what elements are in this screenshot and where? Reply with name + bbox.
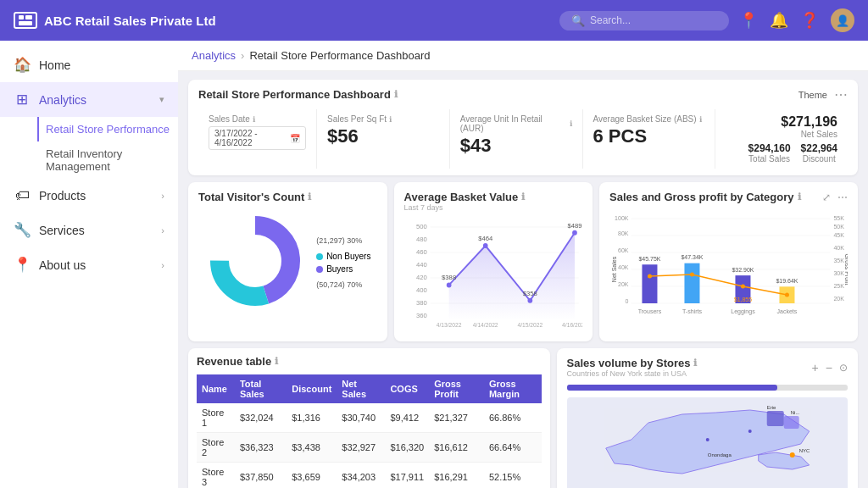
svg-text:100K: 100K	[615, 215, 629, 221]
sidebar-sub-retail-inventory[interactable]: Retail Inventory Management	[37, 141, 178, 179]
svg-text:$45.75K: $45.75K	[638, 256, 660, 262]
analytics-submenu: Retail Store Performance Retail Inventor…	[0, 117, 178, 179]
sidebar-item-analytics[interactable]: ⊞ Analytics ▾	[0, 82, 178, 117]
info-icon: ℹ	[798, 191, 801, 202]
svg-rect-72	[783, 416, 798, 429]
map-bar-track	[567, 385, 848, 391]
buyers-count: (50,724) 70%	[316, 280, 370, 289]
sidebar-sub-retail-store[interactable]: Retail Store Performance	[37, 117, 178, 141]
kpi-date-range[interactable]: 3/17/2022 - 4/16/2022 📅	[209, 126, 306, 150]
kpi-basket-value: 6 PCS	[593, 125, 705, 147]
map-title: Sales volume by Stores ℹ	[567, 357, 698, 369]
expand-icon[interactable]: ⤢	[822, 191, 831, 203]
svg-text:480: 480	[416, 236, 427, 243]
svg-text:Onondaga: Onondaga	[707, 452, 732, 458]
svg-text:30K: 30K	[834, 270, 845, 276]
svg-point-62	[741, 285, 745, 289]
panel-actions: Theme ⋯	[798, 86, 848, 103]
svg-point-60	[648, 274, 652, 279]
calendar-icon: 📅	[290, 134, 300, 143]
svg-text:$32.90K: $32.90K	[732, 267, 754, 273]
buyers-dot	[316, 266, 323, 273]
col-discount: Discount	[287, 374, 337, 403]
svg-text:50K: 50K	[834, 224, 845, 230]
map-panel: Sales volume by Stores ℹ Countries of Ne…	[557, 348, 858, 488]
table-cell-cogs: $9,412	[385, 403, 429, 433]
reset-icon[interactable]: ⊙	[839, 362, 848, 374]
svg-text:$1,855: $1,855	[734, 297, 753, 302]
sidebar-item-label: Analytics	[39, 93, 86, 107]
table-row: Store 3$37,850$3,659$34,203$17,911$16,29…	[197, 463, 542, 489]
bell-icon[interactable]: 🔔	[770, 11, 788, 30]
zoom-out-icon[interactable]: −	[826, 361, 832, 374]
more-icon[interactable]: ⋯	[837, 191, 848, 203]
col-name: Name	[197, 374, 235, 403]
svg-rect-54	[685, 263, 700, 303]
legend-buyers: Buyers	[316, 264, 370, 274]
map-area[interactable]: NYC Erie Ni... Onondaga	[567, 397, 848, 488]
table-cell-gross_profit: $16,612	[429, 433, 484, 463]
svg-rect-1	[25, 15, 32, 19]
search-bar[interactable]: 🔍 Search...	[559, 11, 729, 30]
logo-icon	[14, 12, 37, 29]
location-icon[interactable]: 📍	[739, 11, 758, 30]
col-total-sales: Total Sales	[235, 374, 287, 403]
table-cell-gross_margin: 66.64%	[484, 433, 542, 463]
svg-text:25K: 25K	[834, 283, 845, 289]
svg-text:500: 500	[416, 223, 427, 230]
net-sales-label: Net Sales	[726, 130, 837, 139]
svg-text:20K: 20K	[618, 281, 629, 287]
svg-text:$489: $489	[567, 222, 581, 230]
sidebar-item-label: About us	[39, 258, 86, 272]
map-actions: + − ⊙	[812, 361, 848, 374]
table-cell-name: Store 1	[197, 403, 235, 433]
map-bar-fill	[567, 385, 778, 391]
zoom-in-icon[interactable]: +	[812, 361, 819, 374]
svg-text:T-shirts: T-shirts	[682, 308, 702, 314]
sales-profit-title: Sales and Gross profit by Category ℹ	[609, 191, 800, 203]
revenue-table-panel: Revenue table ℹ Name Total Sales Discoun…	[188, 348, 550, 488]
charts-row: Total Visitor's Count ℹ	[188, 182, 858, 341]
info-icon-sm: ℹ	[699, 115, 702, 124]
svg-text:4/13/2022: 4/13/2022	[436, 322, 461, 328]
table-cell-gross_profit: $16,291	[429, 463, 484, 489]
help-icon[interactable]: ❓	[800, 11, 819, 30]
line-chart-container: 500 480 460 440 420 400 380 360	[404, 219, 583, 329]
basket-title-block: Average Basket Value ℹ Last 7 days	[404, 191, 526, 212]
kpi-aur: Average Unit In Retail (AUR) ℹ $43	[450, 109, 583, 169]
net-sales-sub-row: $294,160 Total Sales $22,964 Discount	[726, 142, 837, 164]
theme-label[interactable]: Theme	[798, 90, 827, 100]
panel-actions: ⤢ ⋯	[822, 191, 848, 203]
col-gross-profit: Gross Profit	[429, 374, 484, 403]
avatar[interactable]: 👤	[831, 8, 854, 32]
table-cell-gross_profit: $21,327	[429, 403, 484, 433]
col-gross-margin: Gross Margin	[484, 374, 542, 403]
discount-value: $22,964	[801, 142, 837, 154]
sidebar-item-home[interactable]: 🏠 Home	[0, 47, 178, 82]
visitor-header: Total Visitor's Count ℹ	[198, 191, 377, 203]
kpi-date: Sales Date ℹ 3/17/2022 - 4/16/2022 📅	[198, 109, 317, 169]
table-cell-discount: $3,438	[287, 433, 337, 463]
sidebar-item-label: Home	[39, 58, 70, 72]
search-placeholder: Search...	[590, 14, 631, 26]
sidebar-item-services[interactable]: 🔧 Services ›	[0, 213, 178, 247]
info-icon: ℹ	[521, 191, 525, 202]
table-cell-cogs: $16,320	[385, 433, 429, 463]
col-cogs: COGS	[385, 374, 429, 403]
table-cell-total_sales: $32,024	[235, 403, 287, 433]
breadcrumb-separator: ›	[241, 49, 244, 62]
svg-text:$47.34K: $47.34K	[681, 254, 703, 260]
map-subtitle: Countries of New York state in USA	[567, 369, 698, 378]
svg-text:40K: 40K	[618, 264, 629, 270]
kpi-sales-sqft-value: $56	[327, 125, 439, 147]
sidebar-item-products[interactable]: 🏷 Products ›	[0, 179, 178, 213]
svg-text:Trousers: Trousers	[638, 308, 662, 314]
svg-point-21	[572, 230, 577, 236]
breadcrumb-root[interactable]: Analytics	[192, 49, 236, 62]
info-icon: ℹ	[693, 358, 697, 369]
sidebar-item-aboutus[interactable]: 📍 About us ›	[0, 247, 178, 282]
svg-text:NYC: NYC	[798, 448, 810, 453]
donut-labels: (21,297) 30% Non Buyers Buyers	[316, 236, 370, 289]
more-icon[interactable]: ⋯	[834, 86, 848, 103]
svg-point-18	[446, 282, 451, 287]
